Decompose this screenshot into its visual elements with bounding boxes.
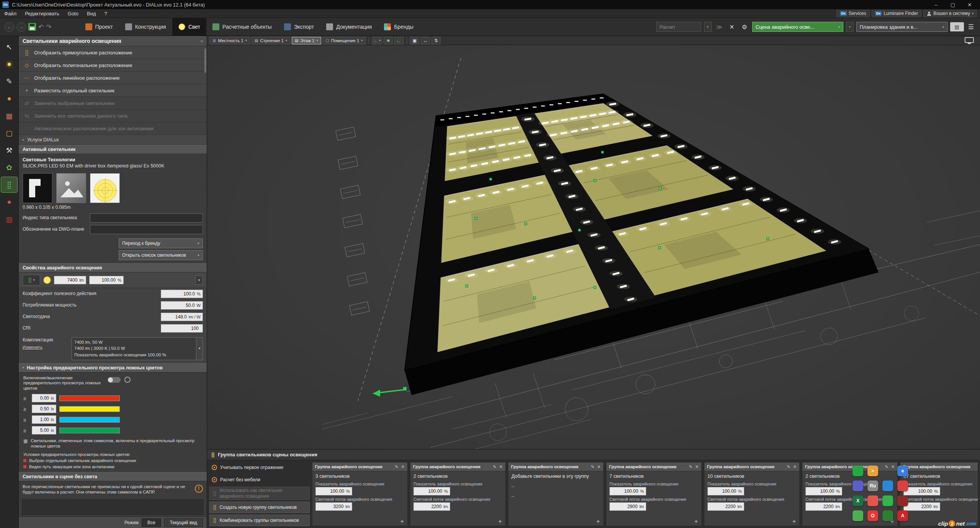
- panel-scrollbar[interactable]: [204, 48, 206, 73]
- config-dropdown[interactable]: ▾: [196, 338, 203, 360]
- tab-brands[interactable]: Бренды: [378, 18, 420, 36]
- menu-view[interactable]: Вид: [83, 9, 100, 18]
- group-percent-input[interactable]: 100.00%: [609, 487, 646, 495]
- display-options-button[interactable]: ▤: [950, 22, 964, 31]
- group-percent-input[interactable]: 100.00%: [315, 487, 352, 495]
- breadcrumb-room[interactable]: ▢Помещение 1▾: [323, 37, 366, 44]
- app-share-icon[interactable]: [853, 480, 863, 491]
- breadcrumb-site[interactable]: ▦Местность 1▾: [209, 37, 250, 44]
- furniture-tool[interactable]: ▢: [1, 125, 17, 141]
- app-share-icon[interactable]: [882, 510, 893, 521]
- unassigned-luminaires-list[interactable]: [22, 499, 204, 515]
- app-share-icon[interactable]: [897, 480, 908, 491]
- open-luminaire-list-button[interactable]: Открыть список светильников ▸: [119, 250, 203, 260]
- storey-view-button[interactable]: ∟▾: [372, 37, 382, 44]
- option-new-group[interactable]: ⣿Создать новую группу светильников: [209, 502, 310, 513]
- redo-icon[interactable]: ↷: [46, 23, 51, 31]
- app-share-icon[interactable]: [867, 495, 878, 506]
- mode-all-button[interactable]: Все: [142, 518, 161, 527]
- maximize-button[interactable]: ▢: [945, 0, 961, 9]
- edit-config-link[interactable]: Изменить: [23, 345, 69, 349]
- minimize-button[interactable]: –: [928, 0, 944, 9]
- app-share-icon[interactable]: e: [897, 466, 908, 476]
- edit-group-icon[interactable]: ✎: [591, 464, 595, 469]
- edit-group-icon[interactable]: ✎: [689, 464, 693, 469]
- luminaire-finder-button[interactable]: Dx Luminaire Finder: [872, 10, 922, 17]
- group-percent-input[interactable]: 100.00%: [707, 487, 744, 495]
- solid-view-button[interactable]: ■: [384, 37, 393, 44]
- mode-current-view-button[interactable]: Текущий вид: [164, 518, 203, 527]
- app-share-icon[interactable]: [882, 480, 893, 491]
- threshold-input[interactable]: 1.00lx: [32, 415, 56, 424]
- config-value-box[interactable]: 7400 lm, 50 W7400 lm | 3000 K | 50.0 WПо…: [72, 337, 203, 360]
- option-no-furniture[interactable]: Расчет без мебели: [209, 474, 310, 485]
- fit-width-button[interactable]: ↔: [421, 37, 430, 44]
- property-value-input[interactable]: 100.0%: [161, 290, 203, 298]
- property-value-input[interactable]: 50.0W: [161, 301, 203, 310]
- emergency-luminaires-tool[interactable]: ⣿: [1, 177, 17, 192]
- select-tool[interactable]: ↖: [1, 39, 17, 54]
- account-menu[interactable]: Вошел в систему ▾: [923, 10, 977, 17]
- menu-file[interactable]: Файл: [0, 9, 21, 18]
- option-first-reflection[interactable]: Учитывать первое отражение: [209, 462, 310, 473]
- panel-menu-icon[interactable]: ≡: [201, 39, 203, 43]
- goto-brand-button[interactable]: Переход к бренду ▸: [119, 238, 203, 248]
- group-flux-input[interactable]: 2200lm: [413, 502, 450, 511]
- calculation-button[interactable]: Расчет: [656, 22, 701, 32]
- threshold-input[interactable]: 0.50lx: [32, 405, 56, 413]
- close-group-icon[interactable]: ✕: [793, 464, 797, 469]
- red-lamp-tool[interactable]: ●: [1, 194, 17, 210]
- chart-tool[interactable]: ▦: [1, 108, 17, 123]
- wireframe-view-button[interactable]: ∟: [394, 37, 403, 44]
- luminaire-image-thumbnail[interactable]: [56, 173, 86, 203]
- menu-goto[interactable]: Goto: [64, 9, 83, 18]
- tab-documentation[interactable]: Документация: [320, 18, 378, 36]
- luminaire-symbol-select[interactable]: ⣿ ▾: [23, 275, 40, 285]
- breadcrumb-building[interactable]: ▤Строение 1▾: [252, 37, 290, 44]
- calculation-dropdown[interactable]: ▾: [704, 22, 712, 32]
- pen-tool[interactable]: ✎: [1, 74, 17, 89]
- display-monitor-icon[interactable]: [965, 37, 974, 43]
- settings-gear-icon[interactable]: ⚙: [740, 22, 750, 32]
- rectangular-button[interactable]: ⣿Отобразить прямоугольное расположение: [19, 46, 207, 59]
- group-percent-input[interactable]: 100.00%: [903, 487, 940, 495]
- app-share-icon[interactable]: [897, 495, 908, 506]
- app-share-icon[interactable]: >: [867, 466, 878, 476]
- edit-group-icon[interactable]: ✎: [395, 464, 399, 469]
- tab-export[interactable]: Экспорт: [278, 18, 320, 36]
- luminaire-photo-thumbnail[interactable]: [23, 173, 52, 203]
- false-colors-toggle[interactable]: [108, 377, 121, 383]
- cancel-icon[interactable]: ✕: [727, 22, 737, 32]
- add-to-group-button[interactable]: +: [694, 518, 698, 525]
- scene-extra-dropdown[interactable]: ▾: [846, 22, 854, 32]
- group-flux-input[interactable]: 2900lm: [609, 502, 646, 511]
- polygonal-button[interactable]: ◇Отобразить полигональное расположение: [19, 59, 207, 72]
- flux-input[interactable]: 7400 lm: [54, 276, 86, 284]
- menu-help[interactable]: ?: [100, 9, 111, 18]
- sphere-tool[interactable]: ●: [1, 91, 17, 106]
- wrench-tool[interactable]: ⚒: [1, 143, 17, 158]
- close-group-icon[interactable]: ✕: [597, 464, 601, 469]
- save-icon[interactable]: [28, 23, 36, 31]
- tab-light[interactable]: Свет: [172, 18, 206, 36]
- tab-calc-objects[interactable]: Расчетные объекты: [206, 18, 278, 36]
- 3d-viewport[interactable]: [207, 45, 980, 449]
- app-share-icon[interactable]: O: [867, 510, 878, 521]
- add-to-group-button[interactable]: +: [498, 518, 502, 525]
- add-to-group-button[interactable]: +: [792, 518, 796, 525]
- fit-height-button[interactable]: ⇅: [431, 37, 441, 44]
- close-group-icon[interactable]: ✕: [401, 464, 405, 469]
- menu-burger-icon[interactable]: ☰: [967, 23, 975, 31]
- group-flux-input[interactable]: 3200lm: [315, 502, 352, 511]
- group-percent-input[interactable]: 100.00%: [413, 487, 450, 495]
- dwg-input[interactable]: [90, 225, 203, 234]
- property-value-input[interactable]: 148.0lm / W: [161, 313, 203, 321]
- light-distribution-thumbnail[interactable]: [90, 173, 120, 203]
- edit-group-icon[interactable]: ✎: [787, 464, 791, 469]
- tab-construction[interactable]: Конструкция: [119, 18, 172, 36]
- menu-edit[interactable]: Редактировать: [21, 9, 64, 18]
- run-calculation-icon[interactable]: ≫: [714, 22, 724, 32]
- option-combine-groups[interactable]: ⣿Комбинировать группы светильников: [209, 515, 310, 526]
- dialux-services-section[interactable]: ▸ Услуги DIALux: [19, 135, 207, 145]
- close-group-icon[interactable]: ✕: [499, 464, 503, 469]
